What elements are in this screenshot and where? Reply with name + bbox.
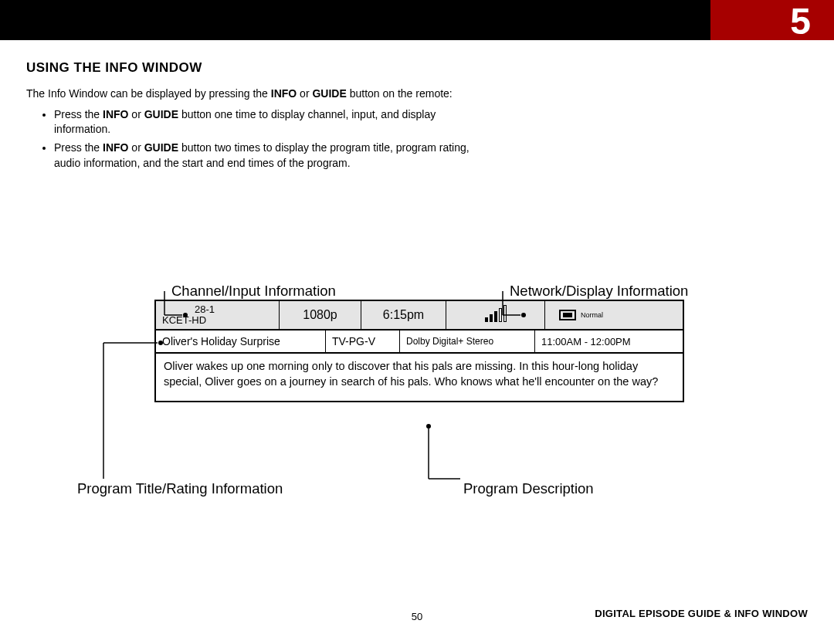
cell-title: Oliver's Holiday Surprise (156, 330, 326, 352)
callout-network-display: Network/Display Information (510, 283, 688, 300)
content-area: USING THE INFO WINDOW The Info Window ca… (26, 60, 808, 171)
list-item: Press the INFO or GUIDE button two times… (54, 141, 486, 171)
cell-signal (446, 301, 545, 329)
header-red-bar (710, 0, 834, 40)
cell-rating: TV-PG-V (326, 330, 400, 352)
intro-text: The Info Window can be displayed by pres… (26, 86, 459, 101)
cell-time: 6:15pm (361, 301, 446, 329)
cell-resolution: 1080p (280, 301, 361, 329)
callout-program-desc: Program Description (463, 480, 594, 497)
info-row-middle: Oliver's Holiday Surprise TV-PG-V Dolby … (154, 330, 684, 354)
list-item: Press the INFO or GUIDE button one time … (54, 107, 486, 137)
instruction-list: Press the INFO or GUIDE button one time … (54, 107, 486, 171)
chapter-number: 5 (790, 0, 811, 42)
info-row-description: Oliver wakes up one morning only to disc… (154, 354, 684, 402)
channel-name: KCET-HD (162, 315, 273, 326)
cell-aspect: Normal (545, 301, 683, 329)
info-row-top: 28-1 KCET-HD 1080p 6:15pm Normal (154, 300, 684, 330)
footer-page-number: 50 (0, 611, 834, 622)
callout-program-title: Program Title/Rating Information (77, 480, 283, 497)
signal-icon (485, 308, 507, 322)
channel-number: 28-1 (162, 304, 273, 315)
callout-channel-input: Channel/Input Information (171, 283, 336, 300)
section-heading: USING THE INFO WINDOW (26, 60, 808, 76)
svg-point-11 (426, 424, 431, 429)
header-black-bar (0, 0, 710, 40)
cell-channel: 28-1 KCET-HD (156, 301, 280, 329)
aspect-label: Normal (581, 311, 603, 319)
cell-audio: Dolby Digital+ Stereo (400, 330, 535, 352)
info-window-diagram: 28-1 KCET-HD 1080p 6:15pm Normal Oliver'… (154, 300, 684, 402)
aspect-icon (559, 310, 576, 320)
cell-schedule: 11:00AM - 12:00PM (535, 330, 683, 352)
